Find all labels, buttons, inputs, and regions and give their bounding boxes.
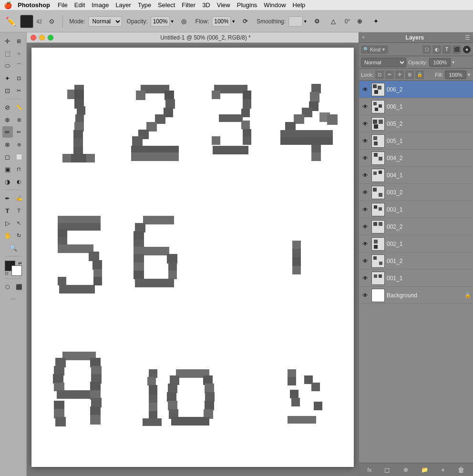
- layer-row-background[interactable]: 👁 Background 🔒: [359, 287, 473, 304]
- tool-pen[interactable]: ✒: [2, 192, 13, 204]
- brush-color-swatch[interactable]: [20, 15, 33, 28]
- tool-dodge[interactable]: ◑: [2, 176, 13, 187]
- tool-eyedropper[interactable]: ⊘: [2, 101, 13, 113]
- menu-type[interactable]: Type: [138, 1, 151, 9]
- tool-patch[interactable]: ⊞: [14, 114, 24, 125]
- tool-gradient[interactable]: ▣: [2, 163, 13, 175]
- smoothing-input[interactable]: [288, 16, 303, 27]
- lock-position-icon[interactable]: ✛: [395, 71, 404, 79]
- tool-screen-mode[interactable]: ⬛: [14, 281, 24, 293]
- layers-panel-menu[interactable]: ☰: [465, 34, 470, 41]
- lock-image-icon[interactable]: ✏: [385, 71, 394, 79]
- menu-layer[interactable]: Layer: [115, 1, 131, 9]
- layer-visibility-eye[interactable]: 👁: [361, 223, 370, 231]
- layer-row[interactable]: 👁 003_1: [359, 201, 473, 218]
- layer-visibility-eye[interactable]: 👁: [361, 102, 370, 111]
- symmetry-icon[interactable]: ⊕: [353, 15, 366, 28]
- tool-zoom[interactable]: 🔍: [8, 242, 19, 253]
- layer-visibility-eye[interactable]: 👁: [361, 205, 370, 214]
- filter-smart-icon[interactable]: ●: [463, 45, 471, 54]
- flow-input-wrap[interactable]: ▼: [212, 16, 236, 27]
- mode-select[interactable]: Normal Multiply Screen: [88, 16, 122, 27]
- tool-move[interactable]: ✛: [2, 35, 13, 47]
- blend-mode-select[interactable]: Normal Multiply Screen: [361, 58, 406, 67]
- filter-type-icon[interactable]: T: [442, 45, 451, 54]
- layer-row[interactable]: 👁 004_2: [359, 150, 473, 167]
- menu-plugins[interactable]: Plugins: [237, 1, 257, 9]
- layer-row[interactable]: 👁 006_2: [359, 81, 473, 98]
- reset-colors-icon[interactable]: ⊡: [5, 271, 9, 276]
- lock-all-icon[interactable]: 🔒: [415, 71, 424, 79]
- layer-row[interactable]: 👁 001_2: [359, 253, 473, 270]
- layer-visibility-eye[interactable]: 👁: [361, 154, 370, 162]
- layers-list[interactable]: 👁 006_2 👁 006_1 👁 005_2: [359, 81, 473, 463]
- tool-text-v[interactable]: T: [14, 205, 24, 216]
- tool-marquee-rect[interactable]: ⬚: [2, 48, 13, 59]
- add-mask-button[interactable]: ◻: [382, 465, 392, 475]
- window-close-button[interactable]: [31, 35, 36, 41]
- layer-visibility-eye[interactable]: 👁: [361, 171, 370, 180]
- smoothing-chevron[interactable]: ▼: [303, 19, 308, 24]
- tool-quick-mask[interactable]: ⬡: [2, 281, 13, 293]
- tool-slice[interactable]: ✂: [14, 85, 24, 96]
- fill-arrow[interactable]: ▼: [467, 72, 471, 77]
- menu-select[interactable]: Select: [158, 1, 175, 9]
- apple-menu[interactable]: 🍎: [4, 1, 12, 9]
- filter-pixel-icon[interactable]: ⬡: [422, 45, 431, 54]
- background-color[interactable]: [11, 265, 22, 276]
- canvas-document[interactable]: [31, 48, 354, 467]
- layer-row[interactable]: 👁 005_1: [359, 132, 473, 150]
- extra-icon[interactable]: ✦: [369, 15, 382, 28]
- tool-clone-stamp[interactable]: ⊗: [2, 139, 13, 150]
- opacity-chevron[interactable]: ▼: [170, 19, 175, 24]
- opacity-input-wrap[interactable]: ▼: [151, 16, 175, 27]
- delete-layer-button[interactable]: 🗑: [456, 465, 466, 475]
- add-adjustment-button[interactable]: ⊕: [401, 466, 410, 474]
- tool-eraser[interactable]: ◻: [2, 151, 13, 162]
- layer-visibility-eye[interactable]: 👁: [361, 257, 370, 265]
- layer-visibility-eye[interactable]: 👁: [361, 137, 370, 145]
- airbrush-icon[interactable]: ◎: [177, 15, 191, 28]
- add-layer-button[interactable]: +: [439, 465, 447, 475]
- menu-3d[interactable]: 3D: [202, 1, 210, 9]
- layer-row[interactable]: 👁 005_2: [359, 115, 473, 132]
- menu-filter[interactable]: Filter: [182, 1, 195, 9]
- layer-row[interactable]: 👁 006_1: [359, 98, 473, 115]
- layers-panel-close[interactable]: ×: [362, 35, 365, 40]
- menu-edit[interactable]: Edit: [74, 1, 85, 9]
- swap-colors-icon[interactable]: ⇄: [18, 261, 22, 265]
- layer-row[interactable]: 👁 003_2: [359, 184, 473, 201]
- layer-visibility-eye[interactable]: 👁: [361, 188, 370, 197]
- tool-freeform-pen[interactable]: ✍: [14, 192, 24, 204]
- tool-rotate-view[interactable]: ↻: [14, 230, 24, 241]
- layer-row[interactable]: 👁 001_1: [359, 270, 473, 287]
- tool-direct-select[interactable]: ↖: [14, 217, 24, 229]
- tool-path-select[interactable]: ▷: [2, 217, 13, 229]
- add-fx-button[interactable]: fx: [366, 466, 374, 474]
- menu-image[interactable]: Image: [92, 1, 109, 9]
- tool-burn[interactable]: ◐: [14, 176, 24, 187]
- window-maximize-button[interactable]: [48, 35, 53, 41]
- layer-visibility-eye[interactable]: 👁: [361, 291, 370, 300]
- brush-tool-icon[interactable]: ✏️: [4, 15, 17, 28]
- tool-healing[interactable]: ⊕: [2, 114, 13, 125]
- tool-brush[interactable]: ✏: [2, 126, 13, 138]
- settings-icon[interactable]: ⚙: [310, 15, 324, 28]
- layer-row[interactable]: 👁 002_1: [359, 235, 473, 253]
- filter-adjustment-icon[interactable]: ◐: [432, 45, 441, 54]
- smoothing-input-wrap[interactable]: ▼: [288, 16, 308, 27]
- tool-paint-bucket[interactable]: ⊓: [14, 163, 24, 175]
- layers-search[interactable]: 🔍 Kind ▼: [361, 45, 388, 54]
- flow-input[interactable]: [212, 16, 231, 27]
- fill-value-wrap[interactable]: ▼: [445, 71, 471, 79]
- layer-visibility-eye[interactable]: 👁: [361, 240, 370, 248]
- brush-preset-picker[interactable]: ⊙: [45, 15, 58, 28]
- flow-chevron[interactable]: ▼: [231, 19, 236, 24]
- tool-polygon-lasso[interactable]: ⌒: [14, 60, 24, 71]
- opacity-value-wrap[interactable]: ▼: [429, 58, 455, 67]
- layer-row[interactable]: 👁 002_2: [359, 218, 473, 235]
- tool-artboard[interactable]: ⊞: [14, 35, 24, 47]
- layer-visibility-eye[interactable]: 👁: [361, 274, 370, 283]
- tool-pencil[interactable]: ✏: [14, 126, 24, 138]
- tool-lasso[interactable]: ⬭: [2, 60, 13, 71]
